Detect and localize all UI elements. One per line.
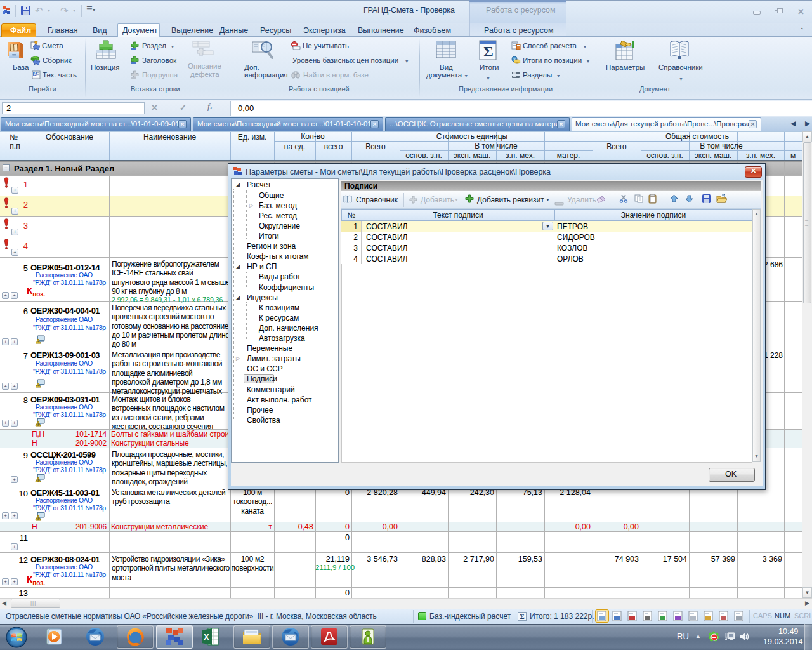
svg-text:Σ: Σ <box>483 43 494 60</box>
svg-text:A: A <box>34 72 37 76</box>
svg-text:X: X <box>204 632 209 642</box>
